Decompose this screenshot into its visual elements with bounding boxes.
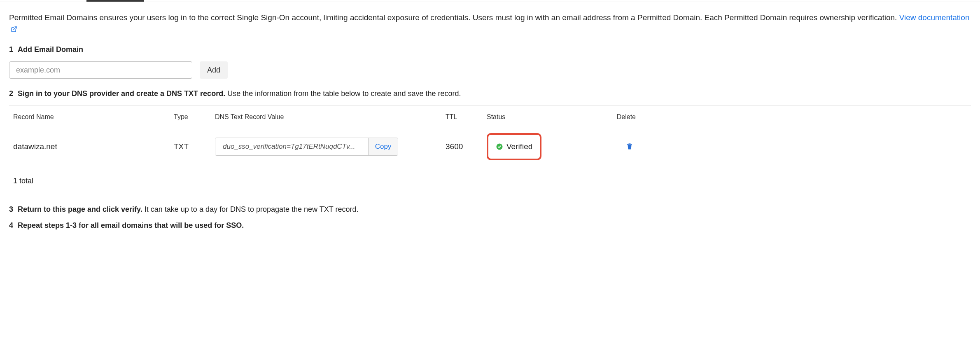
check-circle-icon bbox=[496, 143, 503, 150]
intro-text: Permitted Email Domains ensures your use… bbox=[9, 13, 897, 22]
domain-input[interactable] bbox=[9, 61, 192, 79]
col-type: Type bbox=[174, 113, 215, 121]
svg-line-0 bbox=[14, 27, 16, 30]
col-record-name: Record Name bbox=[13, 113, 174, 121]
table-total: 1 total bbox=[9, 165, 971, 185]
trash-icon bbox=[626, 143, 633, 150]
status-text: Verified bbox=[506, 142, 532, 151]
col-delete: Delete bbox=[614, 113, 639, 121]
cell-txt-value: duo_sso_verification=Tg17tERtNuqdCTv... … bbox=[215, 138, 446, 156]
dns-table-header: Record Name Type DNS Text Record Value T… bbox=[9, 106, 971, 128]
intro-description: Permitted Email Domains ensures your use… bbox=[9, 12, 971, 35]
cell-ttl: 3600 bbox=[446, 142, 487, 151]
cell-status: Verified bbox=[487, 133, 614, 160]
step-3-title: Return to this page and click verify. bbox=[18, 205, 142, 213]
step-2-extra: Use the information from the table below… bbox=[227, 89, 461, 98]
dns-table: Record Name Type DNS Text Record Value T… bbox=[9, 105, 971, 165]
step-1-num: 1 bbox=[9, 45, 13, 54]
step-4: 4 Repeat steps 1-3 for all email domains… bbox=[9, 221, 971, 230]
add-domain-row: Add bbox=[9, 61, 971, 79]
step-3-extra: It can take up to a day for DNS to propa… bbox=[145, 205, 359, 213]
step-3-num: 3 bbox=[9, 205, 13, 213]
delete-button[interactable] bbox=[624, 141, 635, 152]
txt-record-value: duo_sso_verification=Tg17tERtNuqdCTv... bbox=[215, 138, 368, 155]
txt-value-group: duo_sso_verification=Tg17tERtNuqdCTv... … bbox=[215, 138, 398, 156]
step-1-title: Add Email Domain bbox=[18, 45, 83, 54]
copy-button[interactable]: Copy bbox=[368, 138, 398, 155]
step-3: 3 Return to this page and click verify. … bbox=[9, 205, 971, 214]
permitted-domains-content: Permitted Email Domains ensures your use… bbox=[0, 2, 980, 254]
step-2-title: Sign in to your DNS provider and create … bbox=[18, 89, 225, 98]
col-status: Status bbox=[487, 113, 614, 121]
step-4-num: 4 bbox=[9, 221, 13, 229]
step-1: 1 Add Email Domain bbox=[9, 45, 971, 54]
status-badge: Verified bbox=[487, 133, 541, 160]
step-4-title: Repeat steps 1-3 for all email domains t… bbox=[18, 221, 244, 229]
cell-delete bbox=[614, 141, 639, 152]
step-2-num: 2 bbox=[9, 89, 13, 98]
col-ttl: TTL bbox=[446, 113, 487, 121]
table-row: datawiza.net TXT duo_sso_verification=Tg… bbox=[9, 128, 971, 165]
cell-record-name: datawiza.net bbox=[13, 142, 174, 151]
step-2: 2 Sign in to your DNS provider and creat… bbox=[9, 89, 971, 98]
view-documentation-label: View documentation bbox=[899, 13, 970, 22]
col-txt-value: DNS Text Record Value bbox=[215, 113, 446, 121]
cell-type: TXT bbox=[174, 142, 215, 151]
add-button[interactable]: Add bbox=[200, 61, 228, 79]
external-link-icon bbox=[11, 24, 17, 36]
